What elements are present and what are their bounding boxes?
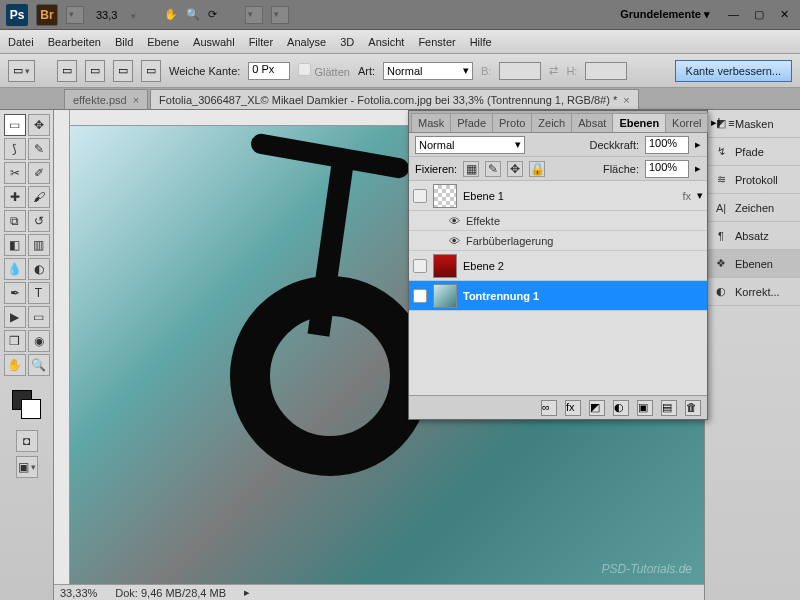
layer-row[interactable]: Ebene 2 (409, 251, 707, 281)
app-icon-photoshop[interactable]: Ps (6, 4, 28, 26)
vertical-ruler[interactable] (54, 110, 70, 584)
crop-tool[interactable]: ✂ (4, 162, 26, 184)
adjustment-layer-icon[interactable]: ◐ (613, 400, 629, 416)
panel-ebenen[interactable]: ❖Ebenen (705, 250, 800, 278)
hand-tool[interactable]: ✋ (4, 354, 26, 376)
menu-analyse[interactable]: Analyse (287, 36, 326, 48)
delete-layer-icon[interactable]: 🗑 (685, 400, 701, 416)
quickselect-tool[interactable]: ✎ (28, 138, 50, 160)
new-layer-icon[interactable]: ▤ (661, 400, 677, 416)
3d-camera-tool[interactable]: ◉ (28, 330, 50, 352)
layer-mask-icon[interactable]: ◩ (589, 400, 605, 416)
menu-bearbeiten[interactable]: Bearbeiten (48, 36, 101, 48)
layer-effects-row[interactable]: 👁Effekte (409, 211, 707, 231)
eye-icon[interactable]: 👁 (449, 215, 460, 227)
arrange-dropdown[interactable] (245, 6, 263, 24)
visibility-toggle[interactable] (413, 189, 427, 203)
zoom-dropdown-icon[interactable] (129, 9, 136, 21)
menu-datei[interactable]: Datei (8, 36, 34, 48)
menu-3d[interactable]: 3D (340, 36, 354, 48)
panel-zeichen[interactable]: A|Zeichen (705, 194, 800, 222)
panel-scroll-icon[interactable]: ▸| (707, 113, 724, 132)
status-zoom[interactable]: 33,33% (60, 587, 97, 599)
zoom-level[interactable]: 33,3 (92, 9, 121, 21)
layer-row-selected[interactable]: 👁 Tontrennung 1 (409, 281, 707, 311)
maximize-icon[interactable]: ▢ (754, 8, 768, 22)
minimize-icon[interactable]: — (728, 8, 742, 22)
selection-subtract[interactable]: ▭ (113, 60, 133, 82)
type-tool[interactable]: T (28, 282, 50, 304)
link-layers-icon[interactable]: ∞ (541, 400, 557, 416)
quickmask-toggle[interactable]: ◘ (16, 430, 38, 452)
layers-panel[interactable]: Mask Pfade Proto Zeich Absat Ebenen Korr… (408, 110, 708, 420)
lock-transparency-icon[interactable]: ▦ (463, 161, 479, 177)
hand-tool-icon[interactable]: ✋ (164, 8, 178, 21)
dodge-tool[interactable]: ◐ (28, 258, 50, 280)
rotate-view-icon[interactable]: ⟳ (208, 8, 217, 21)
status-docsize[interactable]: Dok: 9,46 MB/28,4 MB (115, 587, 226, 599)
lock-position-icon[interactable]: ✥ (507, 161, 523, 177)
panel-korrekturen[interactable]: ◐Korrekt... (705, 278, 800, 306)
tab-protokoll[interactable]: Proto (492, 113, 532, 132)
layout-dropdown[interactable] (66, 6, 84, 24)
selection-add[interactable]: ▭ (85, 60, 105, 82)
path-select-tool[interactable]: ▶ (4, 306, 26, 328)
background-color[interactable] (21, 399, 41, 419)
fx-collapse-icon[interactable]: ▾ (697, 189, 703, 202)
opacity-input[interactable]: 100% (645, 136, 689, 154)
close-icon[interactable]: ✕ (780, 8, 794, 22)
zoom-tool[interactable]: 🔍 (28, 354, 50, 376)
blend-mode-select[interactable]: Normal▾ (415, 136, 525, 154)
marquee-tool[interactable]: ▭ (4, 114, 26, 136)
doc-tab-1[interactable]: effekte.psd× (64, 89, 148, 109)
fx-badge[interactable]: fx (682, 190, 691, 202)
layer-effect-item[interactable]: 👁Farbüberlagerung (409, 231, 707, 251)
app-icon-bridge[interactable]: Br (36, 4, 58, 26)
layer-name[interactable]: Tontrennung 1 (463, 290, 539, 302)
close-tab-icon[interactable]: × (133, 94, 139, 106)
healing-tool[interactable]: ✚ (4, 186, 26, 208)
shape-tool[interactable]: ▭ (28, 306, 50, 328)
brush-tool[interactable]: 🖌 (28, 186, 50, 208)
group-icon[interactable]: ▣ (637, 400, 653, 416)
3d-tool[interactable]: ❒ (4, 330, 26, 352)
selection-intersect[interactable]: ▭ (141, 60, 161, 82)
status-arrow-icon[interactable]: ▸ (244, 586, 250, 599)
foreground-color[interactable] (12, 390, 32, 410)
layer-thumbnail[interactable] (433, 254, 457, 278)
blur-tool[interactable]: 💧 (4, 258, 26, 280)
tab-absatz[interactable]: Absat (571, 113, 613, 132)
dropdown-icon[interactable]: ▸ (695, 162, 701, 175)
layer-thumbnail[interactable] (433, 284, 457, 308)
tab-korrekturen[interactable]: Korrel (665, 113, 708, 132)
workspace-switcher[interactable]: Grundelemente ▾ (620, 8, 716, 21)
layer-name[interactable]: Ebene 2 (463, 260, 504, 272)
menu-fenster[interactable]: Fenster (418, 36, 455, 48)
eye-icon[interactable]: 👁 (449, 235, 460, 247)
refine-edge-button[interactable]: Kante verbessern... (675, 60, 792, 82)
eyedropper-tool[interactable]: ✐ (28, 162, 50, 184)
tab-pfade[interactable]: Pfade (450, 113, 493, 132)
menu-ebene[interactable]: Ebene (147, 36, 179, 48)
lock-all-icon[interactable]: 🔒 (529, 161, 545, 177)
menu-hilfe[interactable]: Hilfe (470, 36, 492, 48)
panel-protokoll[interactable]: ≋Protokoll (705, 166, 800, 194)
doc-tab-2[interactable]: Fotolia_3066487_XL© Mikael Damkier - Fot… (150, 89, 639, 109)
visibility-toggle[interactable]: 👁 (413, 289, 427, 303)
visibility-toggle[interactable] (413, 259, 427, 273)
marquee-tool-preset[interactable]: ▭ (8, 60, 35, 82)
panel-pfade[interactable]: ↯Pfade (705, 138, 800, 166)
zoom-tool-icon[interactable]: 🔍 (186, 8, 200, 21)
layer-row[interactable]: Ebene 1 fx ▾ (409, 181, 707, 211)
close-tab-icon[interactable]: × (623, 94, 629, 106)
layer-thumbnail[interactable] (433, 184, 457, 208)
feather-input[interactable]: 0 Px (248, 62, 290, 80)
dropdown-icon[interactable]: ▸ (695, 138, 701, 151)
selection-new[interactable]: ▭ (57, 60, 77, 82)
tab-masken[interactable]: Mask (411, 113, 451, 132)
panel-absatz[interactable]: ¶Absatz (705, 222, 800, 250)
pen-tool[interactable]: ✒ (4, 282, 26, 304)
lock-pixels-icon[interactable]: ✎ (485, 161, 501, 177)
fill-input[interactable]: 100% (645, 160, 689, 178)
stamp-tool[interactable]: ⧉ (4, 210, 26, 232)
